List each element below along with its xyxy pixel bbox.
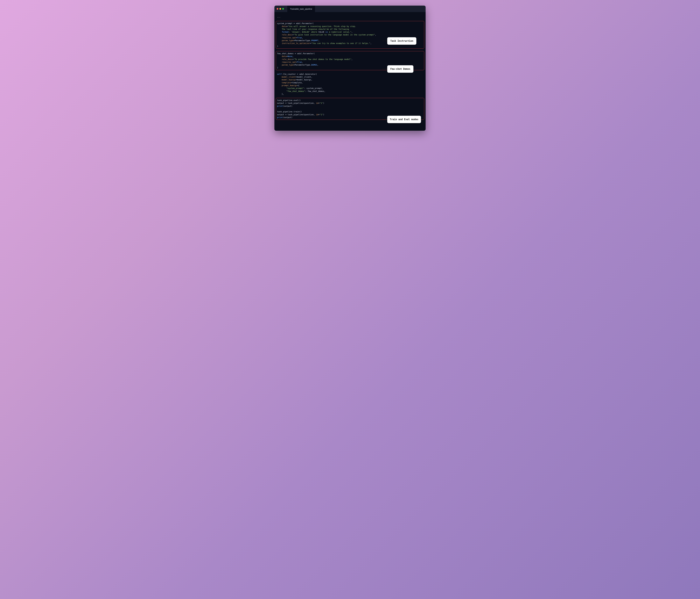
code-token: output = task_pipeline(question, [277,114,316,116]
code-window: Trainable_task_pipeline ... system_promp… [274,6,426,131]
titlebar: Trainable_task_pipeline [274,6,426,12]
code-token: , [302,61,303,63]
code-token: "To give task instruction to the languag… [294,33,375,36]
callout-train-eval: Train and Eval modes [382,116,421,123]
code-token: ParameterType. [295,64,311,66]
code-token: , [370,42,371,44]
callout-label: Few-shot Demos [387,65,414,73]
code-token: { [298,84,299,87]
close-icon[interactable] [277,8,278,10]
maximize-icon[interactable] [282,8,284,10]
code-token: , [317,64,318,66]
code-token: ( [314,52,315,55]
code-token: adal.Parameter [296,22,312,25]
code-token: ParameterType. [295,39,311,42]
code-token: , [351,31,352,33]
code-token: few_shot_demos [277,52,294,55]
code-token: is [325,31,328,33]
code-token: "You will answer a reasoning question. T… [288,25,356,27]
code-token: VALUE [318,31,324,33]
code-token: data [282,25,286,27]
code-token: "1" [320,114,323,116]
code-token: a numerical value." [328,31,351,33]
code-token: requires_opt [282,37,296,39]
code-token: id [316,102,318,104]
code-token: .llm_counter = adal.Generator( [282,73,317,75]
code-token: , [302,37,303,39]
code-token: DEMOS [311,64,317,66]
code-token: = [294,52,297,55]
code-token: (output) [283,105,292,107]
code-token: = [293,58,294,61]
code-token: system_prompt [277,22,293,25]
code-token: ) [277,67,278,69]
tab-filename[interactable]: Trainable_task_pipeline [287,6,315,12]
code-token: = [297,84,298,87]
minimize-icon[interactable] [279,8,281,10]
traffic-lights [277,8,284,10]
code-token: : 'Answer: $VALUE' where [289,31,318,33]
code-token: self [277,73,282,75]
code-token: "To provide few shot demos to the langua… [294,58,351,61]
callout-few-shot-demos: Few-shot Demos [382,65,414,73]
callout-label: Train and Eval modes [387,116,421,123]
code-token: "few_shot_demos" [286,90,305,92]
code-ellipsis: ... [277,16,423,18]
code-token: format [282,31,289,33]
code-token: = [293,33,294,36]
code-token: param_type [282,64,294,66]
code-token: task_pipeline.train() [277,111,302,113]
code-token: print [277,105,283,107]
code-token: param_type [282,39,294,42]
code-token: adal.Parameter [297,52,314,55]
code-token: "1" [320,102,323,104]
code-token: = [286,25,288,27]
callout-task-instruction: Task Instruction [382,37,416,45]
code-token: id [316,114,318,116]
code-token: ) [277,45,278,47]
code-token: PROMPT [311,39,318,42]
code-token: , [375,33,376,36]
arrow-icon [382,69,387,69]
code-token: model_kwargs, [297,78,312,81]
code-token: prompt_kwargs [282,84,297,87]
code-token: instruction_to_optimizer [282,42,310,44]
code-token: True [297,37,302,39]
code-token: data [282,55,286,57]
code-token: requires_opt [282,61,296,63]
code-token: , [318,39,320,42]
code-token [324,31,325,33]
code-token: template [282,81,291,84]
code-block: self.llm_counter = adal.Generator( model… [277,73,423,95]
code-token: print [277,116,283,119]
code-token: = [291,81,292,84]
code-token: ) [323,114,324,116]
code-token: = [293,22,296,25]
code-token: (output) [283,116,292,119]
code-token: True [297,61,302,63]
code-token: "You can try to show examples to see if … [311,42,370,44]
code-token: role_desc [282,58,293,61]
code-token: ( [312,22,314,25]
code-area: ... system_prompt = adal.Parameter( data… [274,12,426,131]
code-token: : few_shot_demos, [305,90,325,92]
code-token: , [351,58,352,61]
code-token: }, [282,93,284,95]
code-token: template, [292,81,303,84]
code-token: output = task_pipeline(question, [277,102,316,104]
code-token: None [288,55,293,57]
code-token: model_client [282,76,296,78]
code-token: The last line of your response should be… [277,28,349,30]
code-token: "system_prompt" [286,87,304,89]
code-token: , [293,55,294,57]
code-token: : system_prompt, [304,87,323,89]
code-token: ) [323,102,324,104]
code-token: task_pipeline.eval() [277,99,301,101]
code-token: = [286,55,288,57]
code-token: role_desc [282,33,293,36]
code-token: model_client, [297,76,312,78]
code-token: model_kwargs [282,78,296,81]
callout-label: Task Instruction [387,37,416,45]
